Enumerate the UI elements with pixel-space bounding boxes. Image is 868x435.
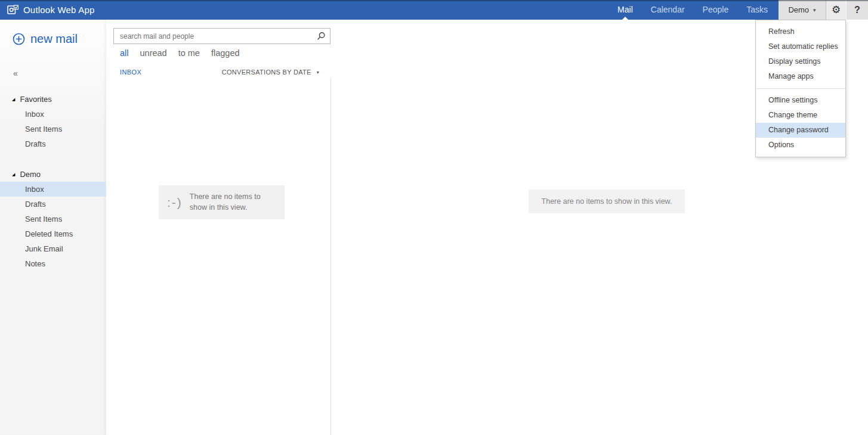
folder-favorites-sent-items[interactable]: Sent Items [0,122,106,136]
topbar: Outlook Web App Mail Calendar People Tas… [0,0,868,20]
settings-gear-button[interactable]: ⚙ [826,0,846,20]
settings-menu-group-1: Refresh Set automatic replies Display se… [756,20,845,88]
tree-section-favorites[interactable]: ◢ Favorites [0,92,106,107]
plus-circle-icon [13,33,25,45]
current-folder-label[interactable]: INBOX [120,69,141,76]
help-button[interactable]: ? [846,0,868,20]
active-tab-caret-icon [622,17,628,20]
folder-sidebar: new mail « ◢ Favorites Inbox Sent Items … [0,20,106,435]
menu-item-refresh[interactable]: Refresh [756,24,845,39]
new-mail-button[interactable]: new mail [13,32,106,46]
folder-demo-junk-email[interactable]: Junk Email [0,241,106,256]
empty-list-notice: :-) There are no items to show in this v… [159,185,285,219]
menu-item-change-theme[interactable]: Change theme [756,108,845,123]
message-list-pane: all unread to me flagged INBOX CONVERSAT… [106,20,331,435]
gear-icon: ⚙ [832,5,841,15]
window-top-edge [0,0,868,1]
app-title: Outlook Web App [23,5,94,15]
menu-item-manage-apps[interactable]: Manage apps [756,69,845,84]
filter-to-me[interactable]: to me [178,48,200,58]
nav-calendar[interactable]: Calendar [651,0,685,20]
menu-item-change-password[interactable]: Change password [756,123,845,138]
folder-favorites-inbox[interactable]: Inbox [0,107,106,122]
tree-section-demo[interactable]: ◢ Demo [0,167,106,182]
settings-menu-group-2: Offline settings Change theme Change pas… [756,88,845,157]
settings-menu: Refresh Set automatic replies Display se… [755,20,846,157]
folder-demo-deleted-items[interactable]: Deleted Items [0,226,106,241]
menu-item-options[interactable]: Options [756,138,845,153]
list-header: INBOX CONVERSATIONS BY DATE ▾ [120,66,319,78]
outlook-logo-icon [7,5,18,15]
expanded-triangle-icon: ◢ [12,97,15,102]
user-menu-button[interactable]: Demo ▾ [779,0,826,20]
search-icon[interactable] [312,32,330,41]
owa-screen: Outlook Web App Mail Calendar People Tas… [0,0,868,435]
filter-all[interactable]: all [120,48,129,58]
brand: Outlook Web App [7,0,94,20]
menu-item-set-automatic-replies[interactable]: Set automatic replies [756,39,845,54]
empty-list-text: There are no items to show in this view. [190,192,279,213]
nav-people[interactable]: People [703,0,729,20]
collapse-sidebar-button[interactable]: « [13,69,25,78]
sort-order-dropdown[interactable]: CONVERSATIONS BY DATE ▾ [222,69,319,76]
topbar-right-controls: Demo ▾ ⚙ ? [779,0,868,20]
filter-tabs: all unread to me flagged [120,48,240,58]
folder-demo-notes[interactable]: Notes [0,256,106,271]
filter-flagged[interactable]: flagged [211,48,240,58]
folder-demo-drafts[interactable]: Drafts [0,197,106,212]
search-input[interactable] [114,32,312,41]
menu-item-offline-settings[interactable]: Offline settings [756,93,845,108]
top-navigation: Mail Calendar People Tasks [617,0,768,20]
user-name: Demo [788,5,809,14]
nav-tasks[interactable]: Tasks [746,0,768,20]
tree-section-gap [0,151,106,167]
folder-demo-inbox[interactable]: Inbox [0,182,106,197]
menu-item-display-settings[interactable]: Display settings [756,54,845,69]
new-mail-label: new mail [30,32,78,46]
nav-mail[interactable]: Mail [617,0,633,20]
message-list-body: :-) There are no items to show in this v… [106,77,331,435]
chevron-down-icon: ▾ [317,70,319,75]
folder-favorites-drafts[interactable]: Drafts [0,136,106,151]
chevron-down-icon: ▾ [813,7,816,13]
folder-tree: ◢ Favorites Inbox Sent Items Drafts ◢ De… [0,92,106,271]
empty-reading-notice: There are no items to show in this view. [529,189,685,213]
folder-demo-sent-items[interactable]: Sent Items [0,212,106,226]
filter-unread[interactable]: unread [140,48,167,58]
expanded-triangle-icon: ◢ [12,172,15,177]
search-box [113,28,330,44]
smiley-icon: :-) [167,195,183,210]
